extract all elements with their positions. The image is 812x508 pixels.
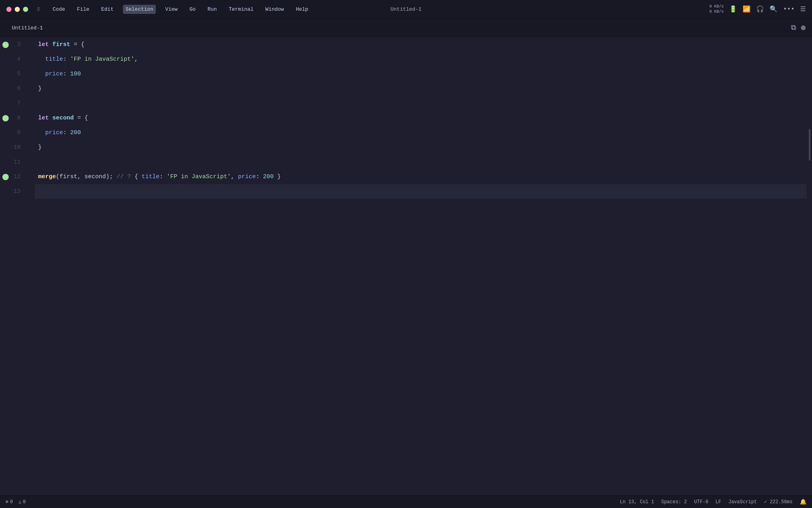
breakpoint-slot[interactable] [0,37,11,52]
warning-icon: △ [18,499,21,505]
line-number: 7 [11,96,28,111]
indent-info[interactable]: Spaces: 2 [661,499,687,505]
code-editor[interactable]: let first = { title: 'FP in JavaScript',… [35,37,806,495]
more-actions-icon[interactable] [801,25,806,30]
menu-terminal[interactable]: Terminal [226,5,256,14]
minimize-button[interactable] [15,7,20,12]
line-number: 10 [11,140,28,155]
code-line: } [35,140,806,155]
language-info[interactable]: JavaScript [728,499,757,505]
finder-icon: 🔍 [770,5,778,13]
error-num: 0 [10,499,13,505]
token: price [38,67,63,81]
token: } [38,81,42,96]
network-info: 0 KB/s 0 KB/s [709,4,724,14]
breakpoint-slot[interactable] [0,125,11,140]
token: ; [109,169,117,184]
token: 200 [70,125,81,140]
titlebar-right: 0 KB/s 0 KB/s 🔋 📶 🎧 🔍 ••• ☰ [709,4,806,14]
breakpoint-slot[interactable] [0,81,11,96]
token: first [52,37,70,52]
line-number: 8 [11,111,28,125]
token: } [274,169,281,184]
tab-untitled[interactable]: Untitled-1 [6,23,48,33]
token: 'FP in JavaScript' [167,169,231,184]
warning-count[interactable]: △ 0 [18,499,25,505]
breakpoint-slot[interactable] [0,67,11,81]
wifi-icon: 📶 [743,5,751,13]
line-number: 5 [11,67,28,81]
network-up: 0 KB/s [709,4,724,9]
token: , [231,169,238,184]
title-bar:  Code File Edit Selection View Go Run T… [0,0,812,19]
token: title [142,169,159,184]
status-left: ⊗ 0 △ 0 [6,499,26,505]
tab-bar: Untitled-1 ⧉ [0,19,812,37]
token: ( [56,169,59,184]
menu-file[interactable]: File [75,5,92,14]
menu-go[interactable]: Go [187,5,198,14]
line-numbers: 345678910111213 [11,37,35,495]
list-icon: ☰ [800,5,806,13]
token: ) [106,169,109,184]
token: 'FP in JavaScript' [70,52,134,67]
line-number: 3 [11,37,28,52]
token: let [38,37,52,52]
code-line: let first = { [35,37,806,52]
code-line: let second = { [35,111,806,125]
token: let [38,111,52,125]
dots-icon: ••• [783,6,795,13]
line-number: 13 [11,184,28,199]
code-line: price: 200 [35,125,806,140]
code-line: price: 100 [35,67,806,81]
token: } [38,140,42,155]
breakpoint-dot [2,115,9,121]
menu-help[interactable]: Help [293,5,310,14]
editor-actions: ⧉ [791,24,806,32]
breakpoint-slot[interactable] [0,111,11,125]
headphone-icon: 🎧 [756,5,764,13]
menu-code[interactable]: Code [50,5,67,14]
breakpoint-slot[interactable] [0,52,11,67]
token: // ? [117,169,134,184]
apple-menu[interactable]:  [35,5,43,14]
notification-icon[interactable]: 🔔 [800,498,806,505]
breakpoint-dot [2,174,9,180]
token: 100 [70,67,81,81]
token: price [238,169,256,184]
token: merge [38,169,56,184]
close-button[interactable] [6,7,11,12]
token: second [84,169,106,184]
cursor-position[interactable]: Ln 13, Col 1 [620,499,654,505]
scrollbar[interactable] [806,37,812,495]
menu-selection[interactable]: Selection [123,5,155,14]
breakpoint-slot[interactable] [0,184,11,199]
status-right: Ln 13, Col 1 Spaces: 2 UTF-8 LF JavaScri… [620,498,806,505]
eol-info[interactable]: LF [716,499,721,505]
timing-info[interactable]: ✓ 222.56ms [764,499,793,505]
token: = { [70,37,84,52]
tab-label: Untitled-1 [12,25,43,31]
line-number: 11 [11,155,28,169]
breakpoint-slot[interactable] [0,155,11,169]
encoding-info[interactable]: UTF-8 [694,499,709,505]
token: : [63,52,70,67]
split-editor-icon[interactable]: ⧉ [791,24,796,32]
breakpoint-slot[interactable] [0,140,11,155]
menu-window[interactable]: Window [263,5,286,14]
menu-run[interactable]: Run [205,5,219,14]
breakpoint-slot[interactable] [0,96,11,111]
token: : [256,169,263,184]
menu-view[interactable]: View [163,5,180,14]
breakpoint-slot[interactable] [0,169,11,184]
error-count[interactable]: ⊗ 0 [6,499,13,505]
scrollbar-thumb[interactable] [809,129,810,161]
editor-area: 345678910111213 let first = { title: 'FP… [0,37,812,495]
token: : [63,67,70,81]
traffic-lights [6,7,28,12]
code-line [35,184,806,199]
maximize-button[interactable] [23,7,28,12]
menu-edit[interactable]: Edit [99,5,116,14]
token: first [59,169,77,184]
token: 200 [263,169,274,184]
